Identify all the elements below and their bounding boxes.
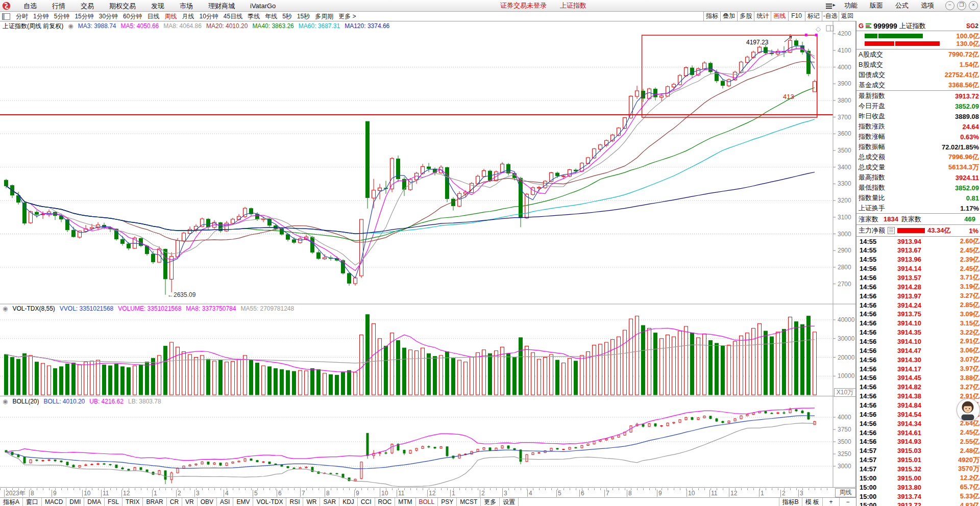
indicator-FSL[interactable]: FSL <box>105 498 122 506</box>
indicator-value: MA3: 3988.74 <box>78 22 116 30</box>
main-chart-canvas[interactable]: 2700280029003000310032003300340035003600… <box>0 21 856 488</box>
collapse-icon[interactable]: ◉ <box>3 398 8 405</box>
multi-window-icon[interactable] <box>826 3 835 9</box>
indicator-更多[interactable]: 更多 <box>481 498 500 506</box>
timeframe-更多 >[interactable]: 更多 > <box>336 12 358 21</box>
close-button[interactable]: × <box>969 1 978 10</box>
menu-iVatarGo[interactable]: iVatarGo <box>242 1 283 11</box>
tick-row: 14:553913.942.60亿 <box>856 237 980 246</box>
chart-region[interactable]: 2700280029003000310032003300340035003600… <box>0 21 856 488</box>
quote-row: 最低指数3852.09 <box>856 183 980 193</box>
timeframe-10分钟[interactable]: 10分钟 <box>197 12 220 21</box>
svg-text:4000: 4000 <box>838 64 851 71</box>
menu-发现[interactable]: 发现 <box>143 1 172 11</box>
tick-row: 15:003913.8065.7亿 <box>856 483 980 492</box>
svg-text:20000: 20000 <box>838 354 855 361</box>
indicator-指标A[interactable]: 指标A <box>0 498 23 506</box>
indicator-EMV[interactable]: EMV <box>233 498 253 506</box>
indicator-BRAR[interactable]: BRAR <box>143 498 166 506</box>
detail-icon[interactable] <box>888 227 895 234</box>
timeframe-年线[interactable]: 年线 <box>262 12 280 21</box>
indicator-CR[interactable]: CR <box>167 498 182 506</box>
indicator-VR[interactable]: VR <box>182 498 198 506</box>
menu-理财商城[interactable]: 理财商城 <box>201 1 242 11</box>
indicator-CCI[interactable]: CCI <box>358 498 375 506</box>
indicator-DMA[interactable]: DMA <box>84 498 105 506</box>
timeframe-5秒[interactable]: 5秒 <box>280 12 295 21</box>
restore-button[interactable]: ❐ <box>957 1 966 10</box>
indicator-OBV[interactable]: OBV <box>198 498 217 506</box>
indicator-MCST[interactable]: MCST <box>457 498 481 506</box>
tool-返回[interactable]: 返回 <box>839 12 855 21</box>
avatar-girl-icon <box>957 399 978 420</box>
collapse-icon[interactable]: ◉ <box>68 22 73 30</box>
tool--自选[interactable]: -自选 <box>822 12 839 21</box>
indicator-ROC[interactable]: ROC <box>375 498 396 506</box>
assistant-avatar[interactable] <box>957 398 980 422</box>
menu-选项[interactable]: 选项 <box>915 0 940 11</box>
timeframe-月线[interactable]: 月线 <box>179 12 197 21</box>
indicator-BOLL[interactable]: BOLL <box>416 498 438 506</box>
timeframe-5分钟[interactable]: 5分钟 <box>52 12 72 21</box>
stock-tag: SG2 <box>966 22 978 30</box>
indicator-窗口[interactable]: 窗口 <box>23 498 42 506</box>
indicator-MACD[interactable]: MACD <box>42 498 66 506</box>
menu-行情[interactable]: 行情 <box>44 1 73 11</box>
menu-功能[interactable]: 功能 <box>838 0 864 11</box>
indicator-RSI[interactable]: RSI <box>286 498 303 506</box>
timeframe-分时[interactable]: 分时 <box>13 12 31 21</box>
timeframe-季线[interactable]: 季线 <box>245 12 262 21</box>
timeframe-45日线[interactable]: 45日线 <box>221 12 245 21</box>
boll-indicator-title: BOLL(20) <box>12 398 39 405</box>
menu-版面[interactable]: 版面 <box>864 0 889 11</box>
indicator-设置[interactable]: 设置 <box>500 498 519 506</box>
tool-标记[interactable]: 标记 <box>805 12 822 21</box>
timeframe-30分钟[interactable]: 30分钟 <box>96 12 120 21</box>
svg-text:3500: 3500 <box>838 147 851 154</box>
minimize-button[interactable]: − <box>945 1 954 10</box>
collapse-icon[interactable]: ◉ <box>3 305 8 312</box>
indicator-KDJ[interactable]: KDJ <box>339 498 358 506</box>
indicator-MTM[interactable]: MTM <box>395 498 415 506</box>
quote-value: 3889.08 <box>955 113 979 120</box>
tool-统计[interactable]: 统计 <box>754 12 771 21</box>
timeframe-周线[interactable]: 周线 <box>162 12 179 21</box>
indicator-right-−[interactable]: − <box>839 498 856 506</box>
indicator-right-指标B[interactable]: 指标B <box>779 498 802 506</box>
tool-叠加[interactable]: 叠加 <box>720 12 737 21</box>
tool-画线[interactable]: 画线 <box>771 12 788 21</box>
timeframe-60分钟[interactable]: 60分钟 <box>120 12 144 21</box>
indicator-SAR[interactable]: SAR <box>320 498 339 506</box>
menu-交易[interactable]: 交易 <box>73 1 102 11</box>
menu-期权交易[interactable]: 期权交易 <box>102 1 143 11</box>
indicator-PSY[interactable]: PSY <box>438 498 457 506</box>
menu-自选[interactable]: 自选 <box>16 1 44 11</box>
indicator-TRIX[interactable]: TRIX <box>122 498 143 506</box>
menu-市场[interactable]: 市场 <box>172 1 201 11</box>
indicator-DMI[interactable]: DMI <box>66 498 84 506</box>
tool-指标[interactable]: 指标 <box>703 12 720 21</box>
period-indicator[interactable]: 周线 <box>835 488 856 497</box>
time-axis-label: 1 <box>450 490 455 497</box>
menu-公式[interactable]: 公式 <box>889 0 915 11</box>
timeframe-1分钟[interactable]: 1分钟 <box>31 12 52 21</box>
tool-多股[interactable]: 多股 <box>737 12 754 21</box>
split-window-icon[interactable] <box>2 13 10 20</box>
indicator-ASI[interactable]: ASI <box>217 498 233 506</box>
tick-row: 14:573915.323570万 <box>856 464 980 473</box>
indicator-right-模 板[interactable]: 模 板 <box>802 498 822 506</box>
quote-label: 指数振幅 <box>859 142 885 151</box>
tick-row: 14:563914.932.55亿 <box>856 437 980 446</box>
tick-list[interactable]: 14:553913.942.60亿14:553913.672.45亿14:553… <box>856 237 980 506</box>
timeframe-日线[interactable]: 日线 <box>144 12 162 21</box>
quote-value: 7996.96亿 <box>948 153 979 162</box>
timeframe-15秒[interactable]: 15秒 <box>295 12 312 21</box>
timeframe-15分钟[interactable]: 15分钟 <box>72 12 96 21</box>
indicator-right-+[interactable]: + <box>822 498 839 506</box>
timeframe-多周期[interactable]: 多周期 <box>312 12 336 21</box>
indicator-VOL-TDX[interactable]: VOL-TDX <box>253 498 286 506</box>
advancers-label: 涨家数 <box>859 215 878 224</box>
indicator-WR[interactable]: WR <box>303 498 320 506</box>
tool-F10[interactable]: F10 <box>788 12 805 21</box>
advancers-count: 1834 <box>884 215 898 223</box>
